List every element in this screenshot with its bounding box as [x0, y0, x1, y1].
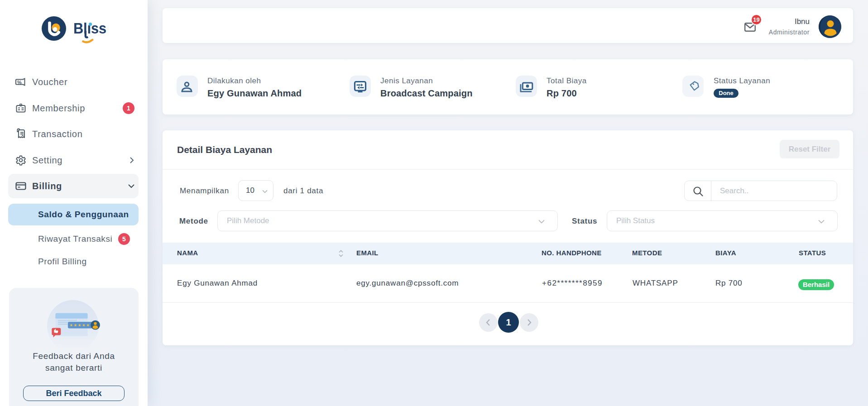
svg-text:%: % [17, 80, 22, 85]
